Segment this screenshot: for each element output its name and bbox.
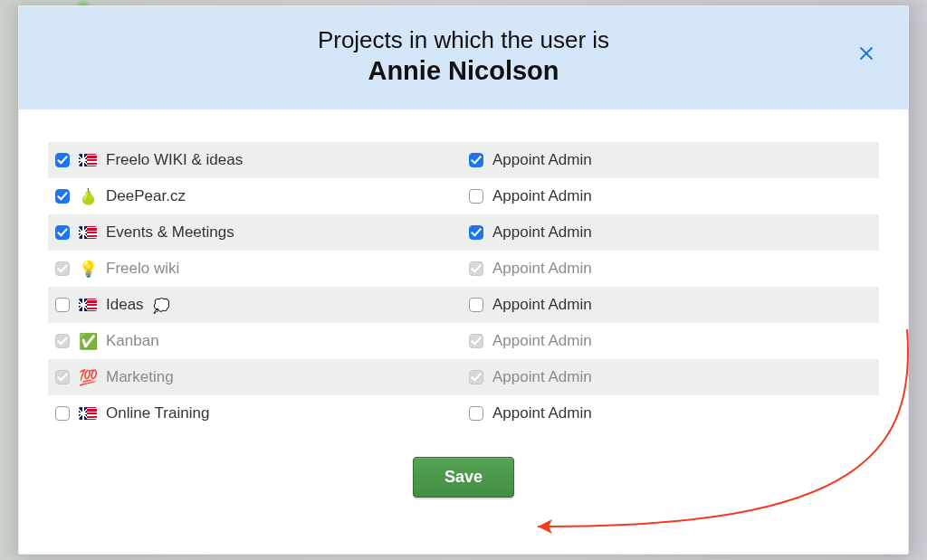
project-name: Marketing (106, 368, 174, 386)
member-checkbox[interactable] (55, 225, 70, 240)
project-name: Ideas (106, 296, 144, 314)
project-name: Events & Meetings (106, 223, 234, 242)
admin-label: Appoint Admin (492, 404, 592, 422)
admin-label: Appoint Admin (492, 260, 592, 278)
project-name: Freelo WIKI & ideas (106, 151, 243, 169)
close-icon (858, 45, 874, 62)
flag-uk-icon (79, 154, 97, 166)
project-name: Kanban (106, 332, 159, 350)
admin-cell: Appoint Admin (464, 214, 879, 251)
project-row: Ideas💭Appoint Admin (48, 287, 879, 323)
admin-checkbox (469, 370, 483, 384)
project-cell: 🍐DeePear.cz (48, 178, 464, 214)
modal-header: Projects in which the user is Annie Nico… (19, 6, 908, 109)
project-cell: 💡Freelo wiki (48, 251, 464, 287)
project-row: 💯MarketingAppoint Admin (48, 359, 879, 395)
admin-checkbox (469, 334, 483, 348)
pear-icon: 🍐 (79, 189, 97, 204)
admin-label: Appoint Admin (492, 187, 592, 205)
project-row: 💡Freelo wikiAppoint Admin (48, 251, 879, 287)
admin-label: Appoint Admin (492, 296, 592, 314)
admin-checkbox[interactable] (469, 189, 483, 204)
project-row: ✅KanbanAppoint Admin (48, 323, 879, 359)
admin-label: Appoint Admin (492, 332, 592, 350)
project-cell: Ideas💭 (48, 287, 464, 323)
check-icon: ✅ (79, 334, 97, 349)
member-checkbox (55, 261, 70, 276)
project-name: DeePear.cz (106, 187, 186, 205)
member-checkbox (55, 370, 70, 384)
project-row: Events & MeetingsAppoint Admin (48, 214, 879, 251)
admin-cell: Appoint Admin (464, 395, 879, 432)
member-checkbox (55, 334, 70, 348)
member-checkbox[interactable] (55, 298, 70, 312)
admin-label: Appoint Admin (492, 368, 592, 386)
project-name: Freelo wiki (106, 260, 179, 278)
admin-checkbox[interactable] (469, 406, 483, 421)
admin-checkbox[interactable] (469, 153, 483, 167)
bulb-icon: 💡 (79, 261, 97, 277)
project-row: Freelo WIKI & ideasAppoint Admin (48, 142, 879, 178)
admin-label: Appoint Admin (492, 223, 592, 242)
project-row: 🍐DeePear.czAppoint Admin (48, 178, 879, 214)
member-checkbox[interactable] (55, 153, 70, 167)
member-checkbox[interactable] (55, 189, 70, 204)
close-button[interactable] (854, 41, 879, 66)
admin-label: Appoint Admin (492, 151, 592, 169)
modal-title-line2: Annie Nicolson (46, 56, 881, 86)
cloud-icon: 💭 (153, 299, 171, 312)
project-cell: ✅Kanban (48, 323, 464, 359)
admin-cell: Appoint Admin (464, 142, 879, 178)
admin-cell: Appoint Admin (464, 359, 879, 395)
modal-footer: Save (48, 432, 879, 528)
admin-checkbox[interactable] (469, 298, 483, 312)
modal-title-line1: Projects in which the user is (46, 26, 881, 54)
admin-checkbox (469, 261, 483, 276)
project-membership-modal: Projects in which the user is Annie Nico… (18, 5, 909, 555)
admin-cell: Appoint Admin (464, 178, 879, 214)
member-checkbox[interactable] (55, 406, 70, 421)
project-cell: 💯Marketing (48, 359, 464, 395)
project-cell: Freelo WIKI & ideas (48, 142, 464, 178)
project-cell: Online Training (48, 395, 464, 432)
flag-uk-icon (79, 299, 97, 311)
hundred-icon: 💯 (79, 370, 97, 385)
flag-uk-icon (79, 226, 97, 239)
modal-body: Freelo WIKI & ideasAppoint Admin🍐DeePear… (19, 109, 908, 554)
save-button[interactable]: Save (413, 457, 514, 498)
admin-checkbox[interactable] (469, 225, 483, 240)
project-row: Online TrainingAppoint Admin (48, 395, 879, 432)
flag-uk-icon (79, 407, 97, 420)
project-name: Online Training (106, 404, 209, 422)
project-cell: Events & Meetings (48, 214, 464, 251)
project-rows: Freelo WIKI & ideasAppoint Admin🍐DeePear… (48, 142, 879, 432)
admin-cell: Appoint Admin (464, 323, 879, 359)
admin-cell: Appoint Admin (464, 251, 879, 287)
admin-cell: Appoint Admin (464, 287, 879, 323)
